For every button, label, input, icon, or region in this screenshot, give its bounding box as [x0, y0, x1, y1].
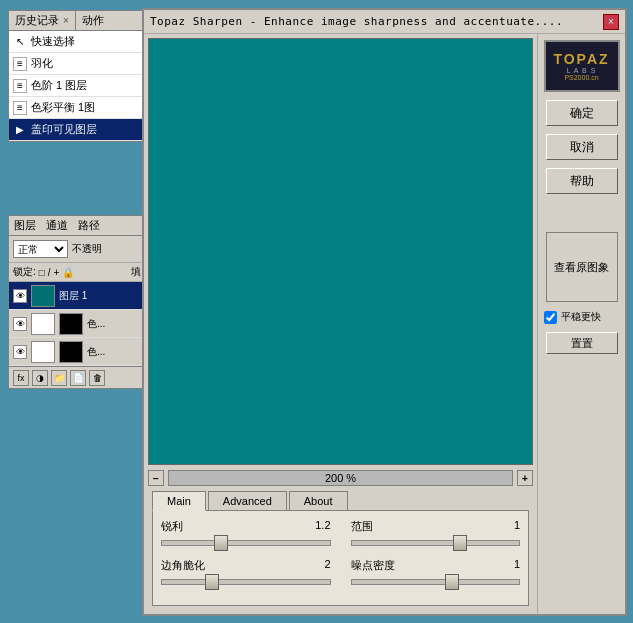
layer-mask-thumbnail: [59, 341, 83, 363]
tab-channels[interactable]: 通道: [41, 216, 73, 235]
edge-crisp-control: 边角脆化 2: [161, 558, 331, 585]
lock-row: 锁定: □ / + 🔒 填: [9, 263, 145, 282]
layers-panel: 图层 通道 路径 正常 不透明 锁定: □ / + 🔒 填 👁: [8, 215, 146, 389]
topaz-window: Topaz Sharpen - Enhance image sharpness …: [142, 8, 627, 616]
delete-button[interactable]: 🗑: [89, 370, 105, 386]
zoom-value: 200 %: [325, 472, 356, 484]
layer-name: 图层 1: [59, 289, 87, 303]
group-button[interactable]: 📁: [51, 370, 67, 386]
sharpness-slider[interactable]: [161, 540, 331, 546]
blend-mode-select[interactable]: 正常: [13, 240, 68, 258]
canvas-area: − 200 % + Main Advanced About: [144, 34, 537, 614]
tab-paths[interactable]: 路径: [73, 216, 105, 235]
smooth-checkbox-input[interactable]: [544, 311, 557, 324]
control-row-1: 锐利 1.2 范围 1: [161, 519, 520, 546]
cancel-button[interactable]: 取消: [546, 134, 618, 160]
layer-thumbnail: [31, 313, 55, 335]
preview-original-button[interactable]: 查看原图象: [546, 232, 618, 302]
new-layer-button[interactable]: 📄: [70, 370, 86, 386]
topaz-logo: TOPAZ L A B S PS2000.cn: [544, 40, 620, 92]
opacity-label: 不透明: [72, 242, 102, 256]
fill-label: 填: [131, 265, 141, 279]
topaz-logo-url: PS2000.cn: [564, 74, 598, 81]
layer-eye-icon[interactable]: 👁: [13, 317, 27, 331]
confirm-button[interactable]: 确定: [546, 100, 618, 126]
edge-crisp-thumb[interactable]: [205, 574, 219, 590]
sharpness-control: 锐利 1.2: [161, 519, 331, 546]
lock-icon-1[interactable]: □: [39, 267, 45, 278]
lock-icon-4[interactable]: 🔒: [62, 267, 74, 278]
tab-advanced[interactable]: Advanced: [208, 491, 287, 511]
noise-density-slider[interactable]: [351, 579, 521, 585]
range-slider[interactable]: [351, 540, 521, 546]
lock-icon-3[interactable]: +: [54, 267, 60, 278]
layer-thumbnail: [31, 341, 55, 363]
history-item[interactable]: ↖ 快速选择: [9, 31, 145, 53]
layer-item[interactable]: 👁 色...: [9, 338, 145, 366]
history-panel-header: 历史记录 × 动作: [9, 11, 145, 31]
history-close-icon[interactable]: ×: [63, 15, 69, 26]
zoom-track[interactable]: 200 %: [168, 470, 513, 486]
range-value: 1: [514, 519, 520, 534]
range-thumb[interactable]: [453, 535, 467, 551]
doc-icon: ≡: [13, 79, 27, 93]
topaz-title: Topaz Sharpen - Enhance image sharpness …: [150, 15, 563, 28]
history-items: ↖ 快速选择 ≡ 羽化 ≡ 色阶 1 图层 ≡ 色彩平衡 1图 ▶ 盖印可见图层: [9, 31, 145, 141]
edge-crisp-slider[interactable]: [161, 579, 331, 585]
tab-actions[interactable]: 动作: [76, 11, 110, 30]
topaz-body: − 200 % + Main Advanced About: [144, 34, 625, 614]
history-item[interactable]: ≡ 色彩平衡 1图: [9, 97, 145, 119]
layer-name: 色...: [87, 345, 105, 359]
cursor-icon: ↖: [13, 35, 27, 49]
right-panel: TOPAZ L A B S PS2000.cn 确定 取消 帮助 查看原图象 平…: [537, 34, 625, 614]
sharpness-header: 锐利 1.2: [161, 519, 331, 534]
reset-button[interactable]: 置置: [546, 332, 618, 354]
layer-thumbnail: [31, 285, 55, 307]
range-control: 范围 1: [351, 519, 521, 546]
left-panel: 历史记录 × 动作 ↖ 快速选择 ≡ 羽化 ≡ 色阶 1 图层 ≡ 色彩平衡 1: [0, 0, 150, 623]
doc-icon: ≡: [13, 57, 27, 71]
tab-main[interactable]: Main: [152, 491, 206, 511]
topaz-logo-brand: TOPAZ: [553, 51, 609, 67]
edge-crisp-label: 边角脆化: [161, 558, 205, 573]
tab-history[interactable]: 历史记录 ×: [9, 11, 76, 30]
smooth-label: 平稳更快: [561, 310, 601, 324]
tab-layers[interactable]: 图层: [9, 216, 41, 235]
topaz-close-button[interactable]: ×: [603, 14, 619, 30]
zoom-out-button[interactable]: −: [148, 470, 164, 486]
edge-crisp-value: 2: [324, 558, 330, 573]
lock-icon-2[interactable]: /: [48, 267, 51, 278]
fx-button[interactable]: fx: [13, 370, 29, 386]
doc-icon: ≡: [13, 101, 27, 115]
noise-density-label: 噪点密度: [351, 558, 395, 573]
image-canvas: [148, 38, 533, 465]
play-icon: ▶: [13, 123, 27, 137]
tab-about[interactable]: About: [289, 491, 348, 511]
layer-item[interactable]: 👁 色...: [9, 310, 145, 338]
range-label: 范围: [351, 519, 373, 534]
history-item-active[interactable]: ▶ 盖印可见图层: [9, 119, 145, 141]
history-item[interactable]: ≡ 色阶 1 图层: [9, 75, 145, 97]
layers-controls: 正常 不透明: [9, 236, 145, 263]
lock-label: 锁定:: [13, 265, 36, 279]
noise-density-thumb[interactable]: [445, 574, 459, 590]
sharpness-value: 1.2: [315, 519, 330, 534]
noise-density-header: 噪点密度 1: [351, 558, 521, 573]
history-item[interactable]: ≡ 羽化: [9, 53, 145, 75]
controls-panel: 锐利 1.2 范围 1: [152, 510, 529, 606]
noise-density-control: 噪点密度 1: [351, 558, 521, 585]
layer-item[interactable]: 👁 图层 1: [9, 282, 145, 310]
layer-name: 色...: [87, 317, 105, 331]
history-panel: 历史记录 × 动作 ↖ 快速选择 ≡ 羽化 ≡ 色阶 1 图层 ≡ 色彩平衡 1: [8, 10, 146, 142]
topaz-logo-sub: L A B S: [567, 67, 597, 74]
sharpness-thumb[interactable]: [214, 535, 228, 551]
layers-bottom-toolbar: fx ◑ 📁 📄 🗑: [9, 366, 145, 388]
help-button[interactable]: 帮助: [546, 168, 618, 194]
edge-crisp-header: 边角脆化 2: [161, 558, 331, 573]
smooth-checkbox: 平稳更快: [544, 310, 620, 324]
zoom-in-button[interactable]: +: [517, 470, 533, 486]
layer-eye-icon[interactable]: 👁: [13, 345, 27, 359]
new-fill-button[interactable]: ◑: [32, 370, 48, 386]
layer-eye-icon[interactable]: 👁: [13, 289, 27, 303]
zoom-scrollbar: − 200 % +: [148, 469, 533, 487]
